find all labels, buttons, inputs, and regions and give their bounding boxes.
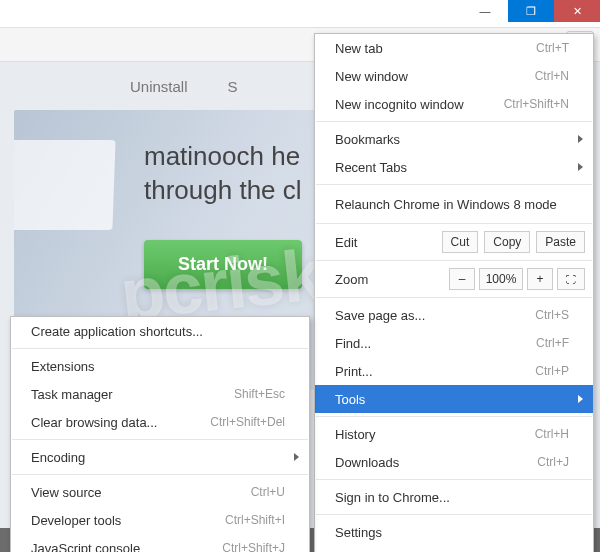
menu-separator (316, 260, 592, 261)
menu-separator (316, 479, 592, 480)
menu-settings[interactable]: Settings (315, 518, 593, 546)
shortcut: Ctrl+S (535, 308, 569, 322)
zoom-percent: 100% (479, 268, 523, 290)
shortcut: Shift+Esc (234, 387, 285, 401)
fullscreen-button[interactable]: ⛶ (557, 268, 585, 290)
shortcut: Ctrl+T (536, 41, 569, 55)
shortcut: Ctrl+Shift+J (222, 541, 285, 552)
start-now-button[interactable]: Start Now! (144, 240, 302, 289)
menu-recent-tabs[interactable]: Recent Tabs (315, 153, 593, 181)
label: Encoding (31, 450, 85, 465)
zoom-out-button[interactable]: – (449, 268, 475, 290)
menu-edit-row: Edit Cut Copy Paste (315, 227, 593, 257)
label: Bookmarks (335, 132, 400, 147)
submenu-task-manager[interactable]: Task managerShift+Esc (11, 380, 309, 408)
menu-bookmarks[interactable]: Bookmarks (315, 125, 593, 153)
menu-zoom-row: Zoom – 100% + ⛶ (315, 264, 593, 294)
label: Sign in to Chrome... (335, 490, 450, 505)
menu-signin[interactable]: Sign in to Chrome... (315, 483, 593, 511)
label: New tab (335, 41, 383, 56)
submenu-view-source[interactable]: View sourceCtrl+U (11, 478, 309, 506)
label: Extensions (31, 359, 95, 374)
submenu-encoding[interactable]: Encoding (11, 443, 309, 471)
tools-submenu: Create application shortcuts... Extensio… (10, 316, 310, 552)
label: Settings (335, 525, 382, 540)
hero-line2: through the cl (144, 174, 302, 208)
edit-cut-button[interactable]: Cut (442, 231, 479, 253)
label: View source (31, 485, 102, 500)
menu-new-tab[interactable]: New tabCtrl+T (315, 34, 593, 62)
label: Create application shortcuts... (31, 324, 203, 339)
shortcut: Ctrl+N (535, 69, 569, 83)
shortcut: Ctrl+Shift+Del (210, 415, 285, 429)
shortcut: Ctrl+F (536, 336, 569, 350)
menu-print[interactable]: Print...Ctrl+P (315, 357, 593, 385)
chrome-main-menu: New tabCtrl+T New windowCtrl+N New incog… (314, 33, 594, 552)
menu-separator (12, 439, 308, 440)
edit-copy-button[interactable]: Copy (484, 231, 530, 253)
submenu-extensions[interactable]: Extensions (11, 352, 309, 380)
label: Task manager (31, 387, 113, 402)
menu-find[interactable]: Find...Ctrl+F (315, 329, 593, 357)
label: JavaScript console (31, 541, 140, 553)
label: Downloads (335, 455, 399, 470)
menu-save-page[interactable]: Save page as...Ctrl+S (315, 301, 593, 329)
window-close-button[interactable]: ✕ (554, 0, 600, 22)
label: New incognito window (335, 97, 464, 112)
submenu-js-console[interactable]: JavaScript consoleCtrl+Shift+J (11, 534, 309, 552)
chevron-right-icon (578, 163, 583, 171)
window-maximize-button[interactable]: ❐ (508, 0, 554, 22)
shortcut: Ctrl+P (535, 364, 569, 378)
shortcut: Ctrl+U (251, 485, 285, 499)
label: Developer tools (31, 513, 121, 528)
hero-headline: matinooch he through the cl (144, 140, 302, 208)
window-titlebar: — ❐ ✕ (0, 0, 600, 28)
menu-tools[interactable]: Tools (315, 385, 593, 413)
window-minimize-button[interactable]: — (462, 0, 508, 22)
shortcut: Ctrl+J (537, 455, 569, 469)
edit-paste-button[interactable]: Paste (536, 231, 585, 253)
menu-incognito[interactable]: New incognito windowCtrl+Shift+N (315, 90, 593, 118)
menu-new-window[interactable]: New windowCtrl+N (315, 62, 593, 90)
label: Zoom (335, 272, 445, 287)
nav-item[interactable]: S (228, 78, 238, 95)
menu-separator (316, 416, 592, 417)
submenu-clear-data[interactable]: Clear browsing data...Ctrl+Shift+Del (11, 408, 309, 436)
menu-separator (12, 474, 308, 475)
menu-relaunch-win8[interactable]: Relaunch Chrome in Windows 8 mode (315, 188, 593, 220)
submenu-devtools[interactable]: Developer toolsCtrl+Shift+I (11, 506, 309, 534)
label: History (335, 427, 375, 442)
menu-separator (316, 297, 592, 298)
menu-separator (12, 348, 308, 349)
label: Edit (335, 235, 436, 250)
menu-about[interactable]: About Google Chrome (315, 546, 593, 552)
label: Print... (335, 364, 373, 379)
menu-separator (316, 223, 592, 224)
shortcut: Ctrl+Shift+N (504, 97, 569, 111)
label: Find... (335, 336, 371, 351)
label: Clear browsing data... (31, 415, 157, 430)
chevron-right-icon (294, 453, 299, 461)
menu-separator (316, 184, 592, 185)
label: Recent Tabs (335, 160, 407, 175)
submenu-create-shortcuts[interactable]: Create application shortcuts... (11, 317, 309, 345)
menu-separator (316, 121, 592, 122)
nav-uninstall[interactable]: Uninstall (130, 78, 188, 95)
menu-history[interactable]: HistoryCtrl+H (315, 420, 593, 448)
menu-separator (316, 514, 592, 515)
label: Save page as... (335, 308, 425, 323)
label: Tools (335, 392, 365, 407)
label: New window (335, 69, 408, 84)
zoom-in-button[interactable]: + (527, 268, 553, 290)
label: Relaunch Chrome in Windows 8 mode (335, 197, 557, 212)
chevron-right-icon (578, 395, 583, 403)
shortcut: Ctrl+Shift+I (225, 513, 285, 527)
chevron-right-icon (578, 135, 583, 143)
hero-line1: matinooch he (144, 140, 302, 174)
menu-downloads[interactable]: DownloadsCtrl+J (315, 448, 593, 476)
shortcut: Ctrl+H (535, 427, 569, 441)
